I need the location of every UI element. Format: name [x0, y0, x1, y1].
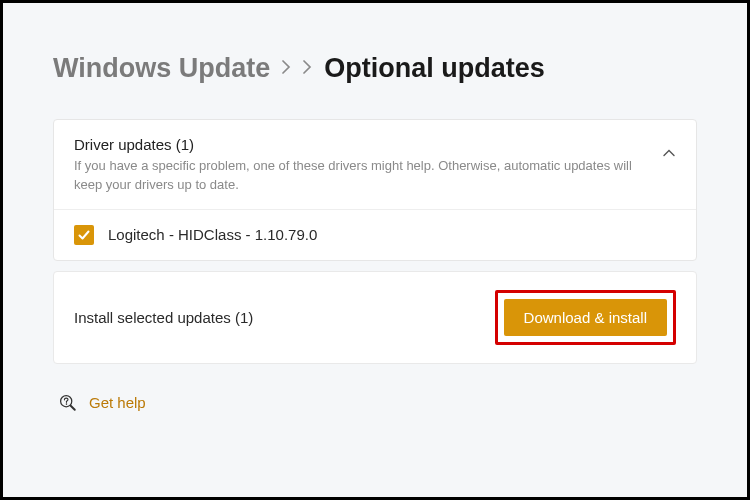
download-install-button[interactable]: Download & install [504, 299, 667, 336]
annotation-highlight: Download & install [495, 290, 676, 345]
get-help-link[interactable]: Get help [59, 394, 697, 412]
install-bar: Install selected updates (1) Download & … [53, 271, 697, 364]
chevron-up-icon[interactable] [662, 146, 676, 160]
help-icon [59, 394, 77, 412]
breadcrumb-current: Optional updates [324, 53, 545, 84]
chevron-right-icon [282, 58, 291, 79]
breadcrumb: Windows Update Optional updates [53, 53, 697, 84]
driver-item-label: Logitech - HIDClass - 1.10.79.0 [108, 226, 317, 243]
breadcrumb-parent[interactable]: Windows Update [53, 53, 270, 84]
driver-checkbox[interactable] [74, 225, 94, 245]
driver-updates-header-text: Driver updates (1) If you have a specifi… [74, 136, 642, 195]
driver-updates-subtitle: If you have a specific problem, one of t… [74, 157, 642, 195]
driver-updates-title: Driver updates (1) [74, 136, 642, 153]
install-selected-label: Install selected updates (1) [74, 309, 253, 326]
chevron-right-icon [303, 58, 312, 79]
driver-item-row: Logitech - HIDClass - 1.10.79.0 [54, 210, 696, 260]
driver-updates-header[interactable]: Driver updates (1) If you have a specifi… [54, 120, 696, 210]
svg-point-1 [66, 403, 68, 405]
driver-updates-panel: Driver updates (1) If you have a specifi… [53, 119, 697, 261]
get-help-label: Get help [89, 394, 146, 411]
